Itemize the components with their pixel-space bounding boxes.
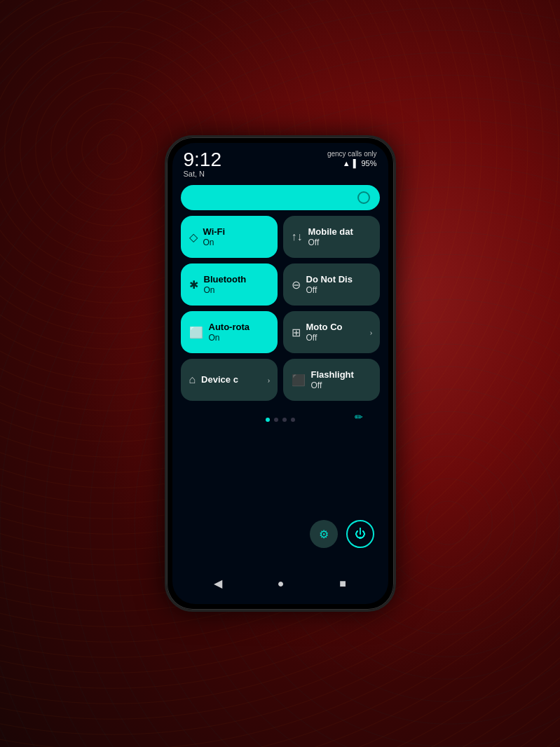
brightness-handle[interactable] (357, 191, 370, 204)
auto-rotate-tile-status: On (209, 333, 250, 343)
wifi-tile[interactable]: ◇ Wi-Fi On (181, 216, 278, 258)
date: Sat, N (184, 170, 222, 178)
settings-button[interactable]: ⚙ (310, 520, 338, 548)
bluetooth-icon: ✱ (189, 278, 198, 292)
bluetooth-tile-text: Bluetooth On (204, 274, 247, 295)
moto-connect-tile[interactable]: ⊞ Moto Co Off › (283, 311, 380, 353)
mobile-data-tile-text: Mobile dat Off (308, 226, 353, 247)
bluetooth-tile-name: Bluetooth (204, 274, 247, 285)
mobile-data-tile[interactable]: ↑↓ Mobile dat Off (283, 216, 380, 258)
flashlight-tile[interactable]: ⬛ Flashlight Off (283, 359, 380, 401)
bluetooth-tile[interactable]: ✱ Bluetooth On (181, 263, 278, 306)
mobile-data-tile-name: Mobile dat (308, 226, 353, 238)
page-dot-1[interactable] (266, 418, 270, 422)
mobile-data-tile-status: Off (308, 238, 353, 247)
auto-rotate-icon: ⬜ (189, 326, 203, 339)
phone-screen: 9:12 Sat, N gency calls only ▲ ▌ 95% (172, 143, 388, 604)
wifi-tile-status: On (203, 238, 226, 247)
flashlight-icon: ⬛ (292, 374, 306, 387)
edit-icon[interactable]: ✏ (355, 411, 363, 423)
emergency-text: gency calls only (327, 150, 377, 158)
quick-settings-panel: ◇ Wi-Fi On ↑↓ Mobile dat Off ✱ (172, 181, 388, 432)
signal-icon: ▲ (343, 159, 350, 167)
device-controls-tile-text: Device c (201, 374, 238, 385)
time-block: 9:12 Sat, N (184, 150, 222, 178)
device-controls-icon: ⌂ (189, 374, 196, 386)
dnd-tile-status: Off (306, 285, 353, 295)
battery-percent: 95% (361, 159, 376, 167)
page-dot-2[interactable] (274, 418, 278, 422)
bottom-actions: ⚙ ⏻ (310, 520, 374, 548)
power-button[interactable]: ⏻ (346, 520, 374, 548)
phone-frame: 9:12 Sat, N gency calls only ▲ ▌ 95% (165, 135, 396, 612)
bluetooth-tile-status: On (204, 285, 247, 295)
nav-bar: ◀ ● ■ (172, 571, 388, 596)
page-dot-3[interactable] (282, 418, 287, 422)
moto-connect-tile-text: Moto Co Off (306, 322, 343, 343)
tile-grid: ◇ Wi-Fi On ↑↓ Mobile dat Off ✱ (181, 216, 380, 401)
home-button[interactable]: ● (278, 577, 285, 590)
power-icon: ⏻ (355, 528, 366, 540)
mobile-data-icon: ↑↓ (292, 231, 303, 243)
settings-icon: ⚙ (319, 528, 329, 541)
auto-rotate-tile-name: Auto-rota (209, 322, 250, 333)
back-button[interactable]: ◀ (214, 577, 222, 590)
device-controls-tile[interactable]: ⌂ Device c › (181, 359, 278, 401)
dnd-tile[interactable]: ⊖ Do Not Dis Off (283, 263, 380, 306)
flashlight-tile-status: Off (311, 381, 354, 390)
wifi-tile-text: Wi-Fi On (203, 226, 226, 247)
device-controls-tile-name: Device c (201, 374, 238, 385)
moto-connect-tile-name: Moto Co (306, 322, 343, 333)
moto-connect-chevron: › (370, 327, 373, 338)
auto-rotate-tile[interactable]: ⬜ Auto-rota On (181, 311, 278, 353)
dnd-tile-name: Do Not Dis (306, 274, 353, 285)
dnd-tile-text: Do Not Dis Off (306, 274, 353, 295)
auto-rotate-tile-text: Auto-rota On (209, 322, 250, 343)
moto-connect-icon: ⊞ (292, 326, 301, 339)
battery-icon: ▌ (353, 159, 359, 167)
pagination-dots (266, 418, 295, 422)
brightness-bar[interactable] (181, 185, 380, 210)
battery-signal: ▲ ▌ 95% (343, 159, 377, 167)
wifi-icon: ◇ (189, 231, 198, 244)
dnd-icon: ⊖ (292, 278, 301, 292)
wifi-tile-name: Wi-Fi (203, 226, 226, 238)
recents-button[interactable]: ■ (339, 577, 346, 590)
clock: 9:12 (184, 150, 222, 170)
flashlight-tile-text: Flashlight Off (311, 369, 354, 390)
page-dot-4[interactable] (291, 418, 295, 422)
moto-connect-tile-status: Off (306, 333, 343, 343)
device-controls-chevron: › (268, 375, 271, 385)
status-right: gency calls only ▲ ▌ 95% (327, 150, 377, 167)
status-bar: 9:12 Sat, N gency calls only ▲ ▌ 95% (172, 143, 388, 181)
pagination-row: ✏ (181, 409, 380, 425)
flashlight-tile-name: Flashlight (311, 369, 354, 381)
